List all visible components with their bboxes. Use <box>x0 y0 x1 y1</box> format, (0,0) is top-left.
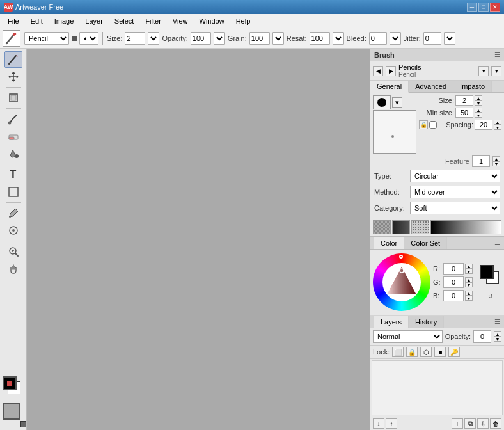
size-down-button[interactable]: ▼ <box>475 100 482 106</box>
close-button[interactable]: ✕ <box>490 3 500 12</box>
menu-layer[interactable]: Layer <box>80 16 108 26</box>
opacity-up-button[interactable]: ▲ <box>494 331 501 337</box>
color-fg-swatch[interactable] <box>480 265 494 279</box>
feature-up-button[interactable]: ▲ <box>492 156 500 161</box>
lock-paint-button[interactable]: 🔒 <box>406 347 418 357</box>
texture-dark-box[interactable] <box>392 220 410 234</box>
opacity-select[interactable]: ▾ <box>214 32 225 45</box>
menu-edit[interactable]: Edit <box>26 16 48 26</box>
brush-tool-button[interactable] <box>4 111 22 127</box>
lock-transparency-button[interactable]: ⬜ <box>392 347 404 357</box>
zoom-tool-button[interactable] <box>4 243 22 260</box>
g-down-button[interactable]: ▼ <box>465 282 473 287</box>
size-select[interactable]: ▾ <box>148 32 159 45</box>
fg-bg-swatches[interactable] <box>3 376 24 398</box>
jitter-select[interactable]: ▾ <box>444 32 455 45</box>
minimize-button[interactable]: ─ <box>467 3 477 12</box>
menu-select[interactable]: Select <box>109 16 139 26</box>
lock-position-button[interactable]: ⬡ <box>420 347 432 357</box>
type-select[interactable]: Circular Flat <box>410 170 500 182</box>
layer-new-button[interactable]: + <box>452 418 463 429</box>
smudge-tool-button[interactable] <box>4 222 22 239</box>
bleed-select[interactable]: ▾ <box>390 32 401 45</box>
menu-filter[interactable]: Filter <box>140 16 166 26</box>
menu-help[interactable]: Help <box>231 16 256 26</box>
menu-window[interactable]: Window <box>194 16 230 26</box>
lock-key-button[interactable]: 🔑 <box>448 347 460 357</box>
brush-dropdown-button[interactable]: ▾ <box>478 66 489 76</box>
texture-dots-box[interactable] <box>411 220 429 234</box>
feature-down-button[interactable]: ▼ <box>492 161 500 166</box>
menu-view[interactable]: View <box>168 16 193 26</box>
brush-size-input[interactable] <box>455 95 473 106</box>
layers-list[interactable] <box>372 360 503 415</box>
resat-select[interactable]: ▾ <box>333 32 344 45</box>
feature-input[interactable] <box>472 155 490 167</box>
text-tool-button[interactable]: T <box>4 166 22 183</box>
layer-move-down-button[interactable]: ↓ <box>373 418 384 429</box>
brush-shape-select[interactable]: ● <box>79 32 98 45</box>
color-inner-circle[interactable] <box>382 263 421 301</box>
blend-mode-select[interactable]: Normal Multiply Screen <box>373 330 443 343</box>
spacing-checkbox[interactable] <box>429 120 437 129</box>
foreground-color-swatch[interactable] <box>3 376 17 390</box>
brush-prev-button[interactable]: ◀ <box>373 66 383 76</box>
resat-input[interactable] <box>310 32 330 45</box>
opacity-down-button[interactable]: ▼ <box>494 337 501 342</box>
fill-tool-button[interactable] <box>4 145 22 162</box>
brush-shape-dropdown[interactable]: ▾ <box>392 97 402 107</box>
lock-all-button[interactable]: ■ <box>434 347 446 357</box>
size-input[interactable] <box>125 32 145 45</box>
canvas-area[interactable] <box>27 49 370 430</box>
layers-tab-history[interactable]: History <box>409 316 444 328</box>
color-wheel[interactable] <box>373 253 430 311</box>
color-fg-bg-swatches[interactable] <box>480 265 501 287</box>
tab-advanced[interactable]: Advanced <box>409 81 453 92</box>
tab-general[interactable]: General <box>370 81 409 93</box>
min-size-up-button[interactable]: ▲ <box>475 107 482 113</box>
brush-option-button[interactable]: ▾ <box>491 66 501 76</box>
color-tab-colorset[interactable]: Color Set <box>404 237 447 249</box>
spacing-down-button[interactable]: ▼ <box>494 125 501 130</box>
r-up-button[interactable]: ▲ <box>465 264 473 269</box>
tab-impasto[interactable]: Impasto <box>453 81 492 92</box>
category-select[interactable]: Soft Medium Hard <box>410 202 500 214</box>
maximize-button[interactable]: □ <box>478 3 489 12</box>
opacity-param-input[interactable] <box>473 330 491 343</box>
brush-preview-icon[interactable] <box>3 30 20 47</box>
brush-type-select[interactable]: Pencil <box>24 32 69 45</box>
color-reset-icon[interactable]: ↺ <box>488 293 493 299</box>
r-input[interactable] <box>443 263 464 275</box>
eraser-tool-button[interactable] <box>4 128 22 145</box>
min-size-input[interactable] <box>455 107 473 118</box>
r-down-button[interactable]: ▼ <box>465 269 473 274</box>
spacing-up-button[interactable]: ▲ <box>494 120 501 125</box>
layers-tab-layers[interactable]: Layers <box>374 316 409 328</box>
size-up-button[interactable]: ▲ <box>475 95 482 100</box>
min-size-down-button[interactable]: ▼ <box>475 113 482 118</box>
g-up-button[interactable]: ▲ <box>465 277 473 282</box>
pencil-tool-button[interactable] <box>4 51 22 68</box>
brush-next-button[interactable]: ▶ <box>386 66 396 76</box>
jitter-input[interactable] <box>423 32 441 45</box>
layer-delete-button[interactable]: 🗑 <box>490 418 501 429</box>
layer-duplicate-button[interactable]: ⧉ <box>464 418 476 429</box>
shape-tool-button[interactable] <box>4 184 22 200</box>
menu-image[interactable]: Image <box>49 16 79 26</box>
layer-merge-button[interactable]: ⇩ <box>477 418 489 429</box>
layers-panel-menu-icon[interactable]: ☰ <box>494 318 500 325</box>
grain-select[interactable]: ▾ <box>272 32 284 45</box>
spacing-input[interactable] <box>475 120 492 130</box>
move-tool-button[interactable] <box>4 68 22 85</box>
texture-noise-box[interactable] <box>373 220 391 234</box>
b-input[interactable] <box>443 290 464 301</box>
method-select[interactable]: Mld cover Cover <box>410 186 500 198</box>
hand-tool-button[interactable] <box>4 260 22 277</box>
b-down-button[interactable]: ▼ <box>465 296 473 301</box>
color-tab-color[interactable]: Color <box>374 237 404 249</box>
brush-shape-selector[interactable] <box>373 95 391 109</box>
spacing-lock-icon[interactable]: 🔒 <box>419 120 428 129</box>
opacity-input[interactable] <box>191 32 211 45</box>
brush-panel-menu-icon[interactable]: ☰ <box>494 51 500 58</box>
color-panel-menu-icon[interactable]: ☰ <box>494 239 500 246</box>
